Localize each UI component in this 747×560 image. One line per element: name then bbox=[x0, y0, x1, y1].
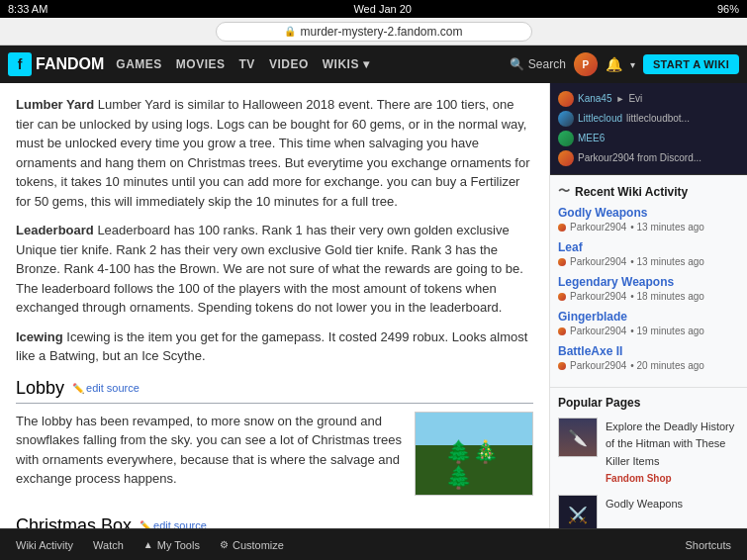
fandom-logo[interactable]: f FANDOM bbox=[8, 52, 104, 76]
search-icon: 🔍 bbox=[510, 57, 524, 71]
popular-pages-section: Popular Pages 🔪 Explore the Deadly Histo… bbox=[550, 388, 747, 528]
fandom-logo-text: FANDOM bbox=[36, 55, 104, 73]
user-avatar[interactable]: P bbox=[574, 52, 598, 76]
chat-user-3: MEE6 bbox=[578, 132, 605, 145]
shortcuts-label: Shortcuts bbox=[686, 539, 731, 551]
activity-time-2: • 13 minutes ago bbox=[630, 256, 704, 267]
toolbar-shortcuts[interactable]: Shortcuts bbox=[678, 536, 739, 554]
activity-dot-5 bbox=[558, 362, 566, 370]
popular-title-1: Explore the Deadly History of the Hitman… bbox=[606, 420, 734, 467]
url-text: murder-mystery-2.fandom.com bbox=[300, 25, 462, 39]
activity-wave-icon: 〜 bbox=[558, 183, 570, 200]
christmas-box-heading: Christmas Box ✏️ edit source bbox=[16, 515, 533, 529]
customize-label: Customize bbox=[233, 539, 284, 551]
chat-arrow-1: ► bbox=[615, 93, 624, 106]
lumber-yard-para: Lumber Yard Lumber Yard is similar to Ha… bbox=[16, 95, 533, 211]
toolbar-watch[interactable]: Watch bbox=[85, 536, 132, 554]
toolbar-customize[interactable]: ⚙ Customize bbox=[212, 536, 292, 554]
chat-message-1: Kana45 ► Evi bbox=[558, 89, 739, 109]
my-tools-label: My Tools bbox=[157, 539, 200, 551]
nav-wikis[interactable]: WIKIS ▾ bbox=[323, 57, 370, 71]
bell-icon[interactable]: 🔔 bbox=[606, 56, 622, 72]
search-label: Search bbox=[528, 57, 566, 71]
status-bar: 8:33 AM Wed Jan 20 96% bbox=[0, 0, 747, 18]
christmas-edit-icon: ✏️ bbox=[140, 520, 151, 529]
chat-user-2: Littlecloud bbox=[578, 112, 622, 126]
content-area: Lumber Yard Lumber Yard is similar to Ha… bbox=[0, 83, 549, 528]
chat-text-4: Parkour2904 from Discord... bbox=[578, 151, 701, 165]
activity-title-text: Recent Wiki Activity bbox=[575, 185, 688, 199]
chat-message-2: Littlecloud littlecloudbot... bbox=[558, 109, 739, 129]
activity-link-2[interactable]: Leaf bbox=[558, 240, 739, 254]
activity-user-4: Parkour2904 bbox=[570, 326, 626, 336]
activity-time-5: • 20 minutes ago bbox=[630, 360, 704, 371]
activity-meta-5: Parkour2904 • 20 minutes ago bbox=[558, 360, 739, 371]
activity-dot-4 bbox=[558, 327, 566, 335]
edit-pencil-icon: ✏️ bbox=[72, 383, 84, 394]
popular-item-2[interactable]: ⚔️ Godly Weapons bbox=[558, 495, 739, 528]
nav-right: 🔍 Search P 🔔 ▾ START A WIKI bbox=[510, 52, 739, 76]
icewing-text: Icewing is the item you get for the game… bbox=[16, 329, 527, 364]
fandom-logo-icon: f bbox=[8, 52, 32, 76]
activity-item-4: Gingerblade Parkour2904 • 19 minutes ago bbox=[558, 310, 739, 336]
activity-link-4[interactable]: Gingerblade bbox=[558, 310, 739, 324]
icewing-para: Icewing Icewing is the item you get for … bbox=[16, 327, 533, 366]
activity-link-1[interactable]: Godly Weapons bbox=[558, 206, 739, 220]
activity-meta-4: Parkour2904 • 19 minutes ago bbox=[558, 326, 739, 336]
nav-items: GAMES MOVIES TV VIDEO WIKIS ▾ bbox=[116, 57, 369, 71]
wiki-activity-label: Wiki Activity bbox=[16, 539, 73, 551]
start-wiki-button[interactable]: START A WIKI bbox=[643, 54, 739, 74]
activity-user-1: Parkour2904 bbox=[570, 222, 626, 233]
chat-message-4: Parkour2904 from Discord... bbox=[558, 148, 739, 168]
battery-display: 96% bbox=[717, 3, 739, 15]
bell-chevron: ▾ bbox=[630, 59, 635, 70]
activity-meta-3: Parkour2904 • 18 minutes ago bbox=[558, 291, 739, 302]
chat-target-1: Evi bbox=[628, 92, 642, 106]
toolbar-my-tools[interactable]: ▲ My Tools bbox=[136, 536, 208, 554]
activity-dot-3 bbox=[558, 293, 566, 301]
lobby-image bbox=[415, 412, 533, 496]
chat-avatar-4 bbox=[558, 150, 574, 166]
activity-item-2: Leaf Parkour2904 • 13 minutes ago bbox=[558, 240, 739, 267]
chat-avatar-2 bbox=[558, 111, 574, 127]
activity-item-3: Legendary Weapons Parkour2904 • 18 minut… bbox=[558, 275, 739, 302]
activity-time-3: • 18 minutes ago bbox=[630, 291, 704, 302]
popular-text-1: Explore the Deadly History of the Hitman… bbox=[606, 418, 739, 485]
search-box[interactable]: 🔍 Search bbox=[510, 57, 566, 71]
activity-link-5[interactable]: BattleAxe II bbox=[558, 344, 739, 358]
nav-video[interactable]: VIDEO bbox=[269, 57, 309, 71]
activity-dot-1 bbox=[558, 224, 566, 232]
fandom-navbar: f FANDOM GAMES MOVIES TV VIDEO WIKIS ▾ 🔍… bbox=[0, 46, 747, 83]
popular-image-1: 🔪 bbox=[559, 419, 597, 456]
activity-user-2: Parkour2904 bbox=[570, 256, 626, 267]
activity-user-5: Parkour2904 bbox=[570, 360, 626, 371]
icewing-bold: Icewing bbox=[16, 329, 63, 344]
chat-message-3: MEE6 bbox=[558, 129, 739, 148]
main-layout: Lumber Yard Lumber Yard is similar to Ha… bbox=[0, 83, 747, 528]
chat-avatar-1 bbox=[558, 91, 574, 107]
toolbar-wiki-activity[interactable]: Wiki Activity bbox=[8, 536, 81, 554]
watch-label: Watch bbox=[93, 539, 124, 551]
nav-games[interactable]: GAMES bbox=[116, 57, 162, 71]
popular-title-2: Godly Weapons bbox=[606, 498, 683, 510]
activity-link-3[interactable]: Legendary Weapons bbox=[558, 275, 739, 289]
popular-text-2: Godly Weapons bbox=[606, 495, 683, 512]
url-bar[interactable]: 🔒 murder-mystery-2.fandom.com bbox=[216, 22, 532, 42]
activity-user-3: Parkour2904 bbox=[570, 291, 626, 302]
chat-user-1: Kana45 bbox=[578, 92, 611, 106]
customize-icon: ⚙ bbox=[220, 539, 229, 550]
nav-tv[interactable]: TV bbox=[239, 57, 255, 71]
popular-image-2: ⚔️ bbox=[559, 496, 597, 528]
date-display: Wed Jan 20 bbox=[353, 3, 412, 15]
popular-item-1[interactable]: 🔪 Explore the Deadly History of the Hitm… bbox=[558, 418, 739, 485]
christmas-edit-link[interactable]: ✏️ edit source bbox=[140, 519, 207, 528]
chat-text-2: littlecloudbot... bbox=[626, 112, 690, 126]
leaderboard-para: Leaderboard Leaderboard has 100 ranks. R… bbox=[16, 221, 533, 318]
lumber-yard-bold: Lumber Yard bbox=[16, 97, 94, 112]
nav-movies[interactable]: MOVIES bbox=[176, 57, 226, 71]
lobby-heading: Lobby ✏️ edit source bbox=[16, 378, 533, 404]
lobby-edit-label: edit source bbox=[86, 382, 140, 394]
lobby-edit-link[interactable]: ✏️ edit source bbox=[72, 382, 140, 394]
chat-avatar-3 bbox=[558, 131, 574, 146]
activity-meta-1: Parkour2904 • 13 minutes ago bbox=[558, 222, 739, 233]
